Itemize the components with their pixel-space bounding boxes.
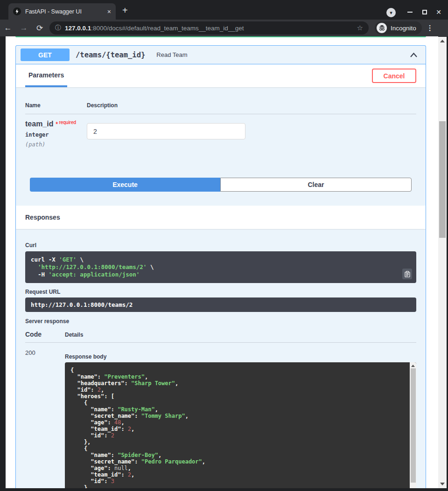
browser-toolbar: ← → ⟳ ⓘ 127.0.0.1:8000/docs#/default/rea… xyxy=(0,20,448,36)
operation-summary[interactable]: GET /teams/{team_id} Read Team xyxy=(16,46,426,64)
curl-label: Curl xyxy=(25,242,416,249)
param-name-cell: team_id *required integer (path) xyxy=(25,120,87,148)
response-body-label: Response body xyxy=(65,353,416,360)
reload-button[interactable]: ⟳ xyxy=(32,23,48,33)
details-column-header: Details xyxy=(65,331,83,338)
scrollbar-down-icon[interactable] xyxy=(440,483,445,485)
back-button[interactable]: ← xyxy=(0,23,16,33)
required-label: required xyxy=(59,120,76,125)
param-row: team_id *required integer (path) xyxy=(25,114,416,148)
response-scroll-up-icon[interactable] xyxy=(411,365,415,367)
code-column-header: Code xyxy=(25,331,65,338)
team-id-input[interactable] xyxy=(87,123,245,139)
tab-title: FastAPI - Swagger UI xyxy=(25,8,105,15)
parameters-column-headers: Name Description xyxy=(25,102,416,114)
browser-menu-kebab-icon[interactable]: ⋮ xyxy=(427,24,434,32)
request-url-label: Request URL xyxy=(25,289,416,295)
browser-tab[interactable]: FastAPI - Swagger UI × xyxy=(8,3,116,20)
responses-body: Curl curl -X 'GET' \ 'http://127.0.0.1:8… xyxy=(16,229,426,488)
tab-strip: FastAPI - Swagger UI × + ▾ ✕ xyxy=(0,0,448,20)
param-location: (path) xyxy=(25,141,87,148)
server-response-label: Server response xyxy=(25,318,416,325)
response-scrollbar[interactable] xyxy=(410,362,416,488)
execute-row: Execute Clear xyxy=(30,178,412,192)
url-path: :8000/docs#/default/read_team_teams__tea… xyxy=(91,25,244,32)
new-tab-button[interactable]: + xyxy=(122,5,128,16)
address-bar[interactable]: ⓘ 127.0.0.1:8000/docs#/default/read_team… xyxy=(49,21,369,35)
param-name: team_id xyxy=(25,120,53,128)
browser-update-chevron-icon[interactable]: ▾ xyxy=(386,8,396,17)
responses-header: Responses xyxy=(16,206,426,229)
fastapi-favicon-icon xyxy=(13,7,21,15)
required-star: * xyxy=(56,120,58,128)
response-table-headers: Code Details xyxy=(25,331,416,343)
response-body-block: { "name": "Preventers", "headquarters": … xyxy=(65,362,416,488)
responses-title: Responses xyxy=(25,214,60,221)
bookmark-star-icon[interactable]: ☆ xyxy=(357,24,363,32)
response-details-cell: Response body { "name": "Preventers", "h… xyxy=(65,343,416,488)
method-badge: GET xyxy=(21,48,70,61)
url-text: 127.0.0.1:8000/docs#/default/read_team_t… xyxy=(65,25,353,32)
cancel-button[interactable]: Cancel xyxy=(372,69,416,83)
operation-block: GET /teams/{team_id} Read Team Parameter… xyxy=(15,45,426,488)
collapse-chevron-icon[interactable] xyxy=(409,51,418,59)
site-info-icon[interactable]: ⓘ xyxy=(55,24,61,32)
swagger-page: GET /teams/{team_id} Read Team Parameter… xyxy=(6,36,438,488)
request-url-block: http://127.0.0.1:8000/teams/2 xyxy=(25,297,416,312)
previous-operation-edge xyxy=(15,36,426,37)
operation-summary-text: Read Team xyxy=(156,51,187,58)
operation-path: /teams/{team_id} xyxy=(76,51,145,59)
column-description: Description xyxy=(87,102,118,109)
clear-button[interactable]: Clear xyxy=(220,178,412,192)
window-close-button[interactable]: ✕ xyxy=(434,8,443,16)
param-type: integer xyxy=(25,131,87,138)
clipboard-icon xyxy=(405,271,410,277)
forward-button[interactable]: → xyxy=(16,23,32,33)
column-name: Name xyxy=(25,102,87,109)
parameters-header: Parameters Cancel xyxy=(16,64,426,87)
incognito-icon xyxy=(377,23,387,33)
incognito-badge: Incognito xyxy=(375,21,422,35)
copy-button[interactable] xyxy=(402,269,412,279)
execute-button[interactable]: Execute xyxy=(30,178,220,192)
scrollbar-up-icon[interactable] xyxy=(440,40,445,42)
maximize-button[interactable] xyxy=(420,8,429,16)
tab-close-icon[interactable]: × xyxy=(107,8,111,15)
minimize-button[interactable] xyxy=(406,8,414,16)
status-code: 200 xyxy=(25,343,65,488)
response-row: 200 Response body { "name": "Preventers"… xyxy=(25,343,416,488)
parameters-table: Name Description team_id *required integ… xyxy=(16,87,426,206)
page-scrollbar[interactable] xyxy=(438,37,447,488)
url-host: 127.0.0.1 xyxy=(65,25,91,32)
page-scrollbar-thumb[interactable] xyxy=(439,121,446,238)
response-scrollbar-thumb[interactable] xyxy=(411,368,416,483)
incognito-label: Incognito xyxy=(391,25,416,32)
param-description-cell xyxy=(87,120,245,148)
tab-parameters[interactable]: Parameters xyxy=(25,64,67,87)
browser-window: FastAPI - Swagger UI × + ▾ ✕ ← → ⟳ ⓘ 127… xyxy=(0,0,448,491)
curl-block: curl -X 'GET' \ 'http://127.0.0.1:8000/t… xyxy=(25,251,416,283)
